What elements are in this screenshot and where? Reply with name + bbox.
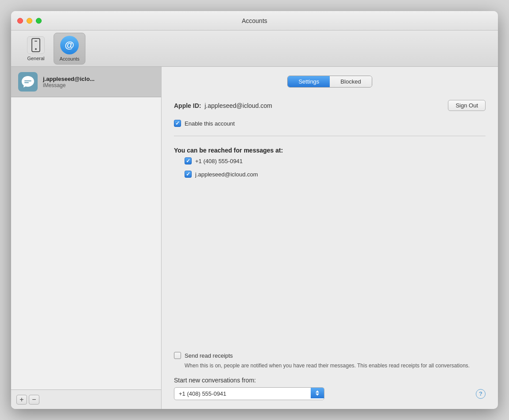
close-button[interactable]	[17, 18, 23, 23]
window-title: Accounts	[242, 17, 267, 24]
blocked-tab[interactable]: Blocked	[330, 76, 371, 87]
account-list: j.appleseed@iclo... iMessage	[11, 67, 161, 389]
read-receipts-checkbox[interactable]	[174, 352, 181, 359]
minimize-button[interactable]	[27, 18, 32, 23]
phone-checkbox[interactable]: ✓	[185, 157, 192, 164]
accounts-icon: @	[60, 36, 79, 54]
window: Accounts General @ Accounts	[11, 11, 498, 409]
sidebar-bottom-bar: + −	[11, 389, 161, 409]
imessage-icon	[20, 75, 35, 88]
sign-out-button[interactable]: Sign Out	[448, 100, 486, 111]
contact-options: ✓ +1 (408) 555-0941 ✓ j.appleseed@icloud…	[174, 156, 486, 178]
bottom-section: Send read receipts When this is on, peop…	[174, 341, 486, 400]
device-dot	[35, 48, 37, 50]
general-tab-button[interactable]: General	[20, 34, 52, 64]
dropdown-arrow[interactable]	[311, 388, 324, 398]
sidebar: j.appleseed@iclo... iMessage + −	[11, 67, 162, 409]
phone-option-row: ✓ +1 (408) 555-0941	[185, 157, 486, 164]
phone-label: +1 (408) 555-0941	[195, 158, 243, 164]
apple-id-label: Apple ID: j.appleseed@icloud.com	[174, 102, 272, 109]
reachable-header: You can be reached for messages at:	[174, 147, 486, 154]
apple-id-row: Apple ID: j.appleseed@icloud.com Sign Ou…	[174, 100, 486, 111]
accounts-tab-button[interactable]: @ Accounts	[54, 33, 85, 65]
arrow-down-icon	[316, 393, 319, 396]
start-convo-section: Start new conversations from: +1 (408) 5…	[174, 375, 486, 400]
main-panel: Settings Blocked Apple ID: j.appleseed@i…	[162, 67, 498, 409]
settings-tab[interactable]: Settings	[288, 76, 330, 87]
at-symbol: @	[65, 39, 74, 51]
start-convo-dropdown[interactable]: +1 (408) 555-0941	[174, 387, 324, 400]
general-icon-box	[27, 36, 45, 54]
toolbar: General @ Accounts	[11, 31, 498, 67]
phone-checkmark: ✓	[186, 158, 190, 164]
email-label: j.appleseed@icloud.com	[195, 171, 258, 178]
read-receipts-section: Send read receipts When this is on, peop…	[174, 350, 486, 370]
accounts-tab-label: Accounts	[59, 56, 79, 61]
start-convo-label: Start new conversations from:	[174, 377, 486, 384]
content-area: j.appleseed@iclo... iMessage + − Setting…	[11, 67, 498, 409]
plus-icon: +	[19, 396, 23, 403]
account-type: iMessage	[43, 82, 95, 88]
account-avatar	[18, 72, 38, 92]
enable-account-checkbox[interactable]: ✓	[174, 120, 181, 127]
segmented-control: Settings Blocked	[287, 76, 372, 88]
minus-icon: −	[32, 396, 36, 403]
add-account-button[interactable]: +	[16, 395, 27, 405]
read-receipts-label: Send read receipts	[185, 352, 233, 359]
maximize-button[interactable]	[36, 18, 42, 23]
general-tab-label: General	[27, 56, 44, 61]
read-receipts-row: Send read receipts	[174, 352, 486, 359]
remove-account-button[interactable]: −	[29, 395, 39, 405]
read-receipts-description: When this is on, people are notified whe…	[174, 362, 486, 370]
dropdown-row: +1 (408) 555-0941 ?	[174, 387, 486, 400]
checkmark-icon: ✓	[175, 121, 180, 126]
apple-id-prefix: Apple ID:	[174, 102, 201, 109]
device-icon	[31, 38, 40, 52]
reachable-section: You can be reached for messages at: ✓ +1…	[174, 145, 486, 178]
email-checkmark: ✓	[186, 172, 190, 177]
account-item[interactable]: j.appleseed@iclo... iMessage	[11, 67, 161, 97]
apple-id-value: j.appleseed@icloud.com	[204, 102, 272, 109]
account-info: j.appleseed@iclo... iMessage	[43, 76, 95, 88]
email-option-row: ✓ j.appleseed@icloud.com	[185, 171, 486, 178]
help-button[interactable]: ?	[476, 389, 486, 399]
account-email: j.appleseed@iclo...	[43, 76, 95, 82]
divider-1	[174, 136, 486, 136]
traffic-lights	[17, 18, 42, 23]
titlebar: Accounts	[11, 11, 498, 31]
dropdown-value: +1 (408) 555-0941	[174, 388, 311, 400]
enable-account-label: Enable this account	[185, 120, 235, 127]
enable-account-row: ✓ Enable this account	[174, 120, 486, 127]
email-checkbox[interactable]: ✓	[185, 171, 192, 178]
arrow-up-icon	[316, 390, 319, 393]
